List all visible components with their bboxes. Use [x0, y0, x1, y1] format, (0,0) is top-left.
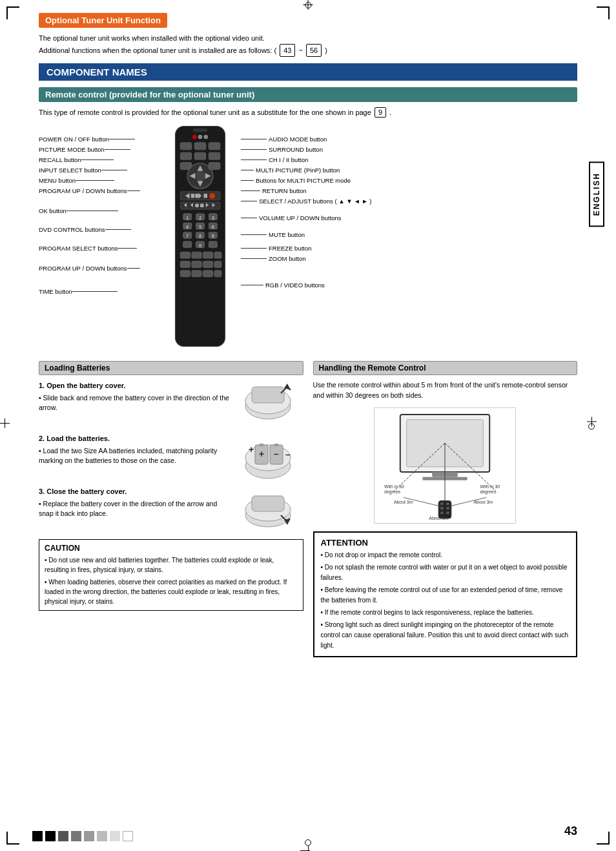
- attention-title: ATTENTION: [321, 538, 570, 548]
- bottom-sections: Loading Batteries 1. Open the battery co…: [39, 361, 577, 657]
- battery-step-3: 3. Close the battery cover. • Replace th…: [39, 486, 303, 531]
- remote-control-image: 1 2 3 4 5 6 7 8 9 0: [165, 123, 236, 351]
- bottom-square-1: [32, 831, 43, 841]
- bottom-square-4: [71, 831, 81, 841]
- svg-rect-97: [440, 511, 444, 514]
- loading-batteries-header: Loading Batteries: [39, 361, 303, 375]
- svg-text:About 3m: About 3m: [394, 500, 413, 504]
- component-names-section: COMPONENT NAMES: [39, 63, 577, 81]
- attention-bullet-3: • Before leaving the remote control out …: [321, 585, 570, 606]
- step1-title: 1. Open the battery cover.: [39, 380, 232, 391]
- page-ref-9: 9: [375, 107, 386, 118]
- remote-diagram-area: POWER ON / OFF button PICTURE MODE butto…: [39, 123, 577, 351]
- step2-image: + – + –: [239, 433, 303, 478]
- svg-text:–: –: [274, 449, 279, 459]
- step3-text: 3. Close the battery cover. • Replace th…: [39, 486, 232, 519]
- svg-text:With in 30: With in 30: [384, 484, 404, 488]
- handling-remote-section: Handling the Remote Control Use the remo…: [313, 361, 578, 657]
- attention-bullet-4: • If the remote control begins to lack r…: [321, 608, 570, 618]
- label-rgb-video: RGB / VIDEO buttons: [241, 282, 577, 289]
- svg-text:4: 4: [186, 225, 189, 229]
- svg-point-4: [204, 135, 209, 139]
- reg-mark-top: [303, 0, 313, 8]
- svg-rect-74: [260, 444, 263, 446]
- label-time: TIME button: [39, 288, 165, 295]
- svg-rect-29: [195, 203, 199, 207]
- attention-text: • Do not drop or impact the remote contr…: [321, 550, 570, 651]
- step2-text: 2. Load the batteries. • Load the two Si…: [39, 433, 232, 466]
- svg-rect-30: [200, 203, 204, 207]
- handling-remote-header: Handling the Remote Control: [313, 361, 578, 375]
- bottom-square-3: [58, 831, 68, 841]
- svg-text:1: 1: [186, 216, 189, 220]
- caution-bullet-2: • When loading batteries, observe their …: [45, 577, 298, 606]
- svg-rect-49: [180, 261, 190, 268]
- svg-rect-69: [252, 387, 284, 403]
- svg-rect-96: [446, 507, 449, 509]
- label-ok: OK button: [39, 207, 165, 214]
- svg-rect-54: [192, 271, 201, 277]
- svg-rect-10: [209, 152, 220, 159]
- handling-diagram: With in 30 degrees With in 30 degrees Ab…: [313, 407, 578, 525]
- remote-section: Remote control (provided for the optiona…: [39, 87, 577, 351]
- label-ch-i-ii: CH I / II button: [241, 156, 577, 163]
- bottom-square-6: [97, 831, 107, 841]
- step1-bullet: • Slide back and remove the battery cove…: [39, 393, 232, 414]
- svg-text:5: 5: [199, 225, 201, 229]
- caution-text: • Do not use new and old batteries toget…: [45, 555, 298, 606]
- step2-title: 2. Load the batteries.: [39, 433, 232, 444]
- page-ref-43: 43: [280, 44, 295, 57]
- label-select-adjust: SELECT / ADJUST buttons ( ▲ ▼ ◄ ► ): [241, 198, 577, 205]
- svg-rect-18: [209, 163, 220, 170]
- left-labels: POWER ON / OFF button PICTURE MODE butto…: [39, 123, 165, 298]
- english-label: ENGLISH: [589, 161, 604, 227]
- svg-text:+: +: [258, 449, 263, 459]
- svg-rect-93: [440, 502, 444, 505]
- corner-mark-tl: [6, 6, 19, 19]
- svg-rect-22: [195, 194, 199, 198]
- page-container: ENGLISH Optional Tuner Unit Function The…: [0, 0, 616, 851]
- reg-mark-right: [587, 422, 597, 430]
- reg-mark-left: [0, 423, 10, 428]
- svg-rect-51: [203, 261, 212, 268]
- component-names-header: COMPONENT NAMES: [39, 63, 577, 81]
- svg-text:About 5m: About 5m: [429, 516, 449, 520]
- attention-bullet-5: • Strong light such as direct sunlight i…: [321, 620, 570, 651]
- svg-rect-77: [274, 444, 278, 446]
- bottom-square-5: [84, 831, 94, 841]
- step3-image: [239, 486, 303, 531]
- svg-point-2: [192, 135, 197, 139]
- svg-rect-24: [204, 194, 208, 198]
- bottom-squares: [32, 831, 133, 841]
- optional-tuner-header: Optional Tuner Unit Function: [39, 13, 167, 28]
- svg-rect-56: [214, 271, 221, 277]
- svg-text:9: 9: [212, 234, 214, 238]
- optional-tuner-desc: The optional tuner unit works when insta…: [39, 33, 577, 57]
- svg-rect-47: [203, 252, 212, 258]
- svg-rect-45: [180, 252, 190, 258]
- label-dvd-control: DVD CONTROL buttons: [39, 226, 165, 233]
- attention-bullet-1: • Do not drop or impact the remote contr…: [321, 550, 570, 560]
- page-number: 43: [564, 825, 577, 838]
- svg-text:3: 3: [212, 216, 214, 220]
- svg-text:7: 7: [186, 234, 189, 238]
- svg-rect-1: [193, 128, 207, 132]
- svg-rect-21: [191, 194, 195, 198]
- caution-box: CAUTION • Do not use new and old batteri…: [39, 539, 303, 611]
- remote-subtitle: This type of remote control is provided …: [39, 107, 577, 118]
- label-surround: SURROUND button: [241, 146, 577, 153]
- bottom-square-8: [123, 831, 133, 841]
- label-zoom: ZOOM button: [241, 255, 577, 262]
- label-program-updown1: PROGRAM UP / DOWN buttons: [39, 187, 165, 194]
- svg-rect-53: [180, 271, 190, 277]
- step3-bullet: • Replace the battery cover in the direc…: [39, 499, 232, 520]
- svg-rect-42: [183, 241, 192, 248]
- corner-mark-tr: [597, 6, 610, 19]
- svg-rect-44: [209, 241, 217, 248]
- caution-title: CAUTION: [45, 544, 298, 553]
- svg-rect-52: [214, 261, 221, 268]
- svg-text:0: 0: [199, 243, 201, 248]
- svg-rect-94: [446, 502, 449, 505]
- corner-mark-br: [597, 832, 610, 845]
- svg-text:With in 30: With in 30: [480, 484, 500, 488]
